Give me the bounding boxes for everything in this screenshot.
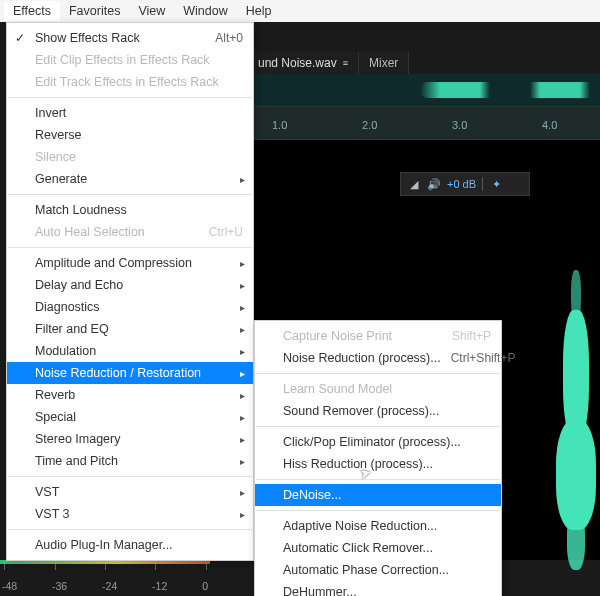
menu-help[interactable]: Help: [237, 1, 281, 21]
fx-icon[interactable]: ✦: [489, 177, 503, 191]
submenu-arrow-icon: ▸: [240, 412, 245, 423]
menubar: Effects Favorites View Window Help: [0, 0, 600, 22]
menuitem-vst[interactable]: VST▸: [7, 481, 253, 503]
pan-icon[interactable]: ◢: [407, 177, 421, 191]
check-icon: ✓: [15, 31, 25, 45]
menuitem-filter-eq[interactable]: Filter and EQ▸: [7, 318, 253, 340]
menuitem-shortcut: Shift+P: [452, 329, 491, 343]
menuitem-amplitude[interactable]: Amplitude and Compression▸: [7, 252, 253, 274]
volume-icon[interactable]: 🔊: [427, 177, 441, 191]
menuitem-special[interactable]: Special▸: [7, 406, 253, 428]
menu-window[interactable]: Window: [174, 1, 236, 21]
tab-file-modified-icon: ≡: [343, 58, 348, 68]
menuitem-stereo-imagery[interactable]: Stereo Imagery▸: [7, 428, 253, 450]
overview-wave-shape: [420, 82, 600, 98]
submenu-arrow-icon: ▸: [240, 324, 245, 335]
submenu-arrow-icon: ▸: [240, 174, 245, 185]
submenuitem-noise-reduction-process[interactable]: Noise Reduction (process)...Ctrl+Shift+P: [255, 347, 501, 369]
submenu-arrow-icon: ▸: [240, 346, 245, 357]
menuitem-label: Noise Reduction / Restoration: [35, 366, 243, 380]
menuitem-label: Noise Reduction (process)...: [283, 351, 441, 365]
menuitem-label: Hiss Reduction (process)...: [283, 457, 491, 471]
menuitem-label: Diagnostics: [35, 300, 243, 314]
menuitem-label: Amplitude and Compression: [35, 256, 243, 270]
menu-view[interactable]: View: [129, 1, 174, 21]
tab-mixer[interactable]: Mixer: [359, 52, 409, 74]
menu-separator: [8, 97, 252, 98]
tab-file-label: und Noise.wav: [258, 56, 337, 70]
menuitem-label: Show Effects Rack: [35, 31, 205, 45]
submenuitem-auto-click-remover[interactable]: Automatic Click Remover...: [255, 537, 501, 559]
menuitem-label: Click/Pop Eliminator (process)...: [283, 435, 491, 449]
submenu-arrow-icon: ▸: [240, 390, 245, 401]
menuitem-delay-echo[interactable]: Delay and Echo▸: [7, 274, 253, 296]
submenu-arrow-icon: ▸: [240, 280, 245, 291]
meter-label: -24: [102, 580, 117, 592]
hud-gain-value[interactable]: +0 dB: [447, 178, 476, 190]
menuitem-label: Special: [35, 410, 243, 424]
main-waveform: [552, 270, 600, 570]
time-ruler[interactable]: 1.0 2.0 3.0 4.0: [252, 106, 600, 140]
menuitem-reverse[interactable]: Reverse: [7, 124, 253, 146]
menu-separator: [256, 373, 500, 374]
menu-effects[interactable]: Effects: [4, 1, 60, 21]
submenuitem-sound-remover[interactable]: Sound Remover (process)...: [255, 400, 501, 422]
menuitem-label: VST 3: [35, 507, 243, 521]
submenuitem-hiss-reduction[interactable]: Hiss Reduction (process)...: [255, 453, 501, 475]
menuitem-label: Match Loudness: [35, 203, 243, 217]
menuitem-label: Reverb: [35, 388, 243, 402]
submenu-arrow-icon: ▸: [240, 302, 245, 313]
submenu-arrow-icon: ▸: [240, 487, 245, 498]
menuitem-match-loudness[interactable]: Match Loudness: [7, 199, 253, 221]
menuitem-label: Stereo Imagery: [35, 432, 243, 446]
menuitem-time-pitch[interactable]: Time and Pitch▸: [7, 450, 253, 472]
submenuitem-auto-phase[interactable]: Automatic Phase Correction...: [255, 559, 501, 581]
menuitem-label: Reverse: [35, 128, 243, 142]
menuitem-label: Learn Sound Model: [283, 382, 491, 396]
menuitem-label: Adaptive Noise Reduction...: [283, 519, 491, 533]
level-meter-labels: -48 -36 -24 -12 0: [0, 580, 210, 592]
document-tabs: und Noise.wav ≡ Mixer: [248, 52, 409, 74]
menuitem-noise-reduction[interactable]: Noise Reduction / Restoration▸: [7, 362, 253, 384]
menuitem-label: Automatic Click Remover...: [283, 541, 491, 555]
menuitem-modulation[interactable]: Modulation▸: [7, 340, 253, 362]
menuitem-label: Generate: [35, 172, 243, 186]
submenuitem-denoise[interactable]: DeNoise...: [255, 484, 501, 506]
menuitem-label: Edit Track Effects in Effects Rack: [35, 75, 243, 89]
menuitem-vst3[interactable]: VST 3▸: [7, 503, 253, 525]
ruler-tick: 3.0: [452, 119, 467, 131]
menuitem-label: Automatic Phase Correction...: [283, 563, 491, 577]
menuitem-auto-heal: Auto Heal SelectionCtrl+U: [7, 221, 253, 243]
hud-panel: ◢ 🔊 +0 dB ✦: [400, 172, 530, 196]
menuitem-invert[interactable]: Invert: [7, 102, 253, 124]
menuitem-silence: Silence: [7, 146, 253, 168]
menuitem-label: VST: [35, 485, 243, 499]
submenuitem-dehummer[interactable]: DeHummer...: [255, 581, 501, 596]
menu-separator: [8, 529, 252, 530]
submenu-arrow-icon: ▸: [240, 258, 245, 269]
menuitem-label: DeHummer...: [283, 585, 491, 596]
level-meter-ticks: [0, 564, 210, 574]
submenuitem-adaptive-nr[interactable]: Adaptive Noise Reduction...: [255, 515, 501, 537]
meter-label: 0: [202, 580, 208, 592]
menuitem-label: Edit Clip Effects in Effects Rack: [35, 53, 243, 67]
meter-label: -48: [2, 580, 17, 592]
menu-separator: [8, 247, 252, 248]
menuitem-shortcut: Ctrl+Shift+P: [451, 351, 516, 365]
menuitem-diagnostics[interactable]: Diagnostics▸: [7, 296, 253, 318]
menu-favorites[interactable]: Favorites: [60, 1, 129, 21]
submenuitem-click-pop[interactable]: Click/Pop Eliminator (process)...: [255, 431, 501, 453]
menuitem-plugin-manager[interactable]: Audio Plug-In Manager...: [7, 534, 253, 556]
menuitem-label: Auto Heal Selection: [35, 225, 199, 239]
menuitem-show-effects-rack[interactable]: ✓ Show Effects Rack Alt+0: [7, 27, 253, 49]
noise-reduction-submenu: Capture Noise PrintShift+P Noise Reducti…: [254, 320, 502, 596]
menuitem-reverb[interactable]: Reverb▸: [7, 384, 253, 406]
menuitem-label: Time and Pitch: [35, 454, 243, 468]
menuitem-generate[interactable]: Generate▸: [7, 168, 253, 190]
tab-mixer-label: Mixer: [369, 56, 398, 70]
tab-file[interactable]: und Noise.wav ≡: [248, 52, 359, 74]
hud-separator: [482, 177, 483, 191]
submenu-arrow-icon: ▸: [240, 368, 245, 379]
level-meter[interactable]: -48 -36 -24 -12 0: [0, 560, 210, 596]
menu-separator: [8, 194, 252, 195]
